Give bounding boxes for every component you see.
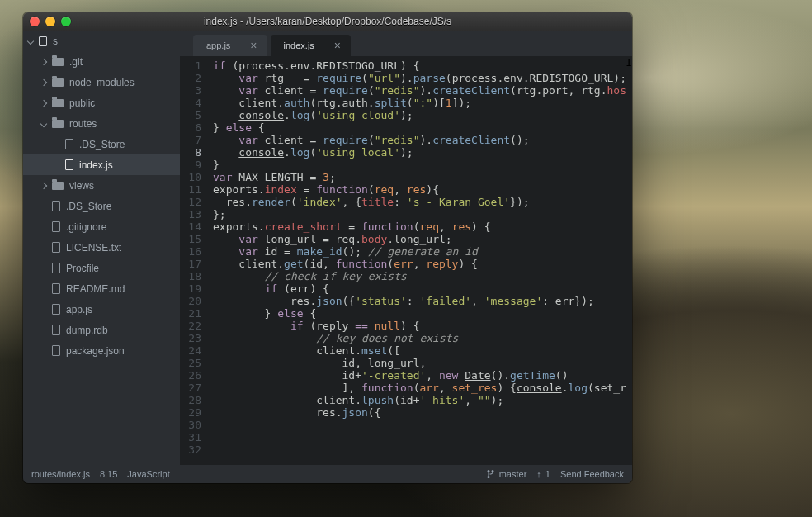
code-line[interactable]: var MAX_LENGTH = 3; <box>213 171 626 183</box>
status-language[interactable]: JavaScript <box>127 469 169 479</box>
tree-file-app.js[interactable]: app.js <box>23 299 180 320</box>
tree-file-README.md[interactable]: README.md <box>23 278 180 299</box>
code-line[interactable]: } else { <box>213 307 626 320</box>
tab-label: app.js <box>206 40 230 50</box>
status-cursor[interactable]: 8,15 <box>100 469 117 479</box>
sidebar-root[interactable]: s <box>23 31 180 51</box>
tree-folder-public[interactable]: public <box>23 92 180 113</box>
tree-item-label: index.js <box>79 159 113 171</box>
folder-icon <box>52 182 64 190</box>
tree-file-dump.rdb[interactable]: dump.rdb <box>23 320 180 340</box>
code-line[interactable]: exports.index = function(req, res){ <box>213 183 626 196</box>
line-number: 8 <box>180 146 201 159</box>
tab-label: index.js <box>284 40 314 50</box>
tree-folder-node_modules[interactable]: node_modules <box>23 72 180 92</box>
code-line[interactable]: client.lpush(id+'-hits', ""); <box>213 394 626 406</box>
code-line[interactable]: var long_url = req.body.long_url; <box>213 233 626 245</box>
status-ahead[interactable]: ↑ 1 <box>536 469 550 479</box>
file-icon <box>52 221 60 232</box>
code-line[interactable]: } else { <box>213 121 626 134</box>
tree-item-label: .DS_Store <box>66 201 111 212</box>
code-line[interactable]: if (process.env.REDISTOGO_URL) { <box>213 59 626 72</box>
code-line[interactable]: var id = make_id(); // generate an id <box>213 245 626 258</box>
chevron-right-icon[interactable] <box>40 78 47 85</box>
code-content[interactable]: if (process.env.REDISTOGO_URL) { var rtg… <box>208 56 626 465</box>
arrow-up-icon: ↑ <box>536 469 541 479</box>
code-line[interactable]: client.auth(rtg.auth.split(":")[1]); <box>213 97 626 109</box>
code-line[interactable]: }; <box>213 208 626 221</box>
line-number: 23 <box>180 332 201 344</box>
code-line[interactable]: id, long_url, <box>213 357 626 369</box>
status-branch[interactable]: master <box>486 469 527 479</box>
tree-item-label: routes <box>69 118 97 130</box>
chevron-placeholder <box>41 287 46 292</box>
line-number: 17 <box>180 258 201 270</box>
line-number: 3 <box>180 84 201 97</box>
tab-index.js[interactable]: index.js× <box>271 35 351 56</box>
file-tree-sidebar[interactable]: s .gitnode_modulespublicroutes.DS_Storei… <box>23 31 180 465</box>
chevron-down-icon[interactable] <box>40 120 47 126</box>
tree-item-label: Procfile <box>66 263 99 274</box>
tree-file-.DS_Store[interactable]: .DS_Store <box>23 134 180 154</box>
folder-icon <box>52 120 64 128</box>
line-number: 2 <box>180 72 201 84</box>
tree-file-package.json[interactable]: package.json <box>23 340 180 361</box>
tree-file-.DS_Store[interactable]: .DS_Store <box>23 196 180 216</box>
chevron-placeholder <box>54 142 59 147</box>
file-icon <box>52 201 60 211</box>
code-area[interactable]: 1234567891011121314151617181920212223242… <box>180 56 632 465</box>
tree-folder-.git[interactable]: .git <box>23 51 180 72</box>
code-line[interactable]: client.get(id, function(err, reply) { <box>213 258 626 270</box>
tree-item-label: LICENSE.txt <box>66 242 121 254</box>
code-line[interactable]: var client = require("redis").createClie… <box>213 134 626 146</box>
code-line[interactable]: exports.create_short = function(req, res… <box>213 221 626 233</box>
chevron-right-icon[interactable] <box>40 99 47 106</box>
file-icon <box>65 139 73 149</box>
code-line[interactable]: var client = require("redis").createClie… <box>213 84 626 97</box>
tree-item-label: package.json <box>66 345 125 357</box>
code-line[interactable]: id+'-created', new Date().getTime() <box>213 369 626 382</box>
status-path[interactable]: routes/index.js <box>31 469 90 479</box>
line-number: 32 <box>180 443 201 456</box>
text-cursor-icon: I <box>626 56 632 465</box>
code-line[interactable]: if (err) { <box>213 282 626 295</box>
minimize-icon[interactable] <box>45 17 55 26</box>
chevron-placeholder <box>54 163 59 168</box>
line-number: 20 <box>180 295 201 307</box>
code-line[interactable]: res.json({ <box>213 406 626 419</box>
line-number: 15 <box>180 233 201 245</box>
chevron-right-icon[interactable] <box>40 182 47 188</box>
code-line[interactable]: var rtg = require("url").parse(process.e… <box>213 72 626 84</box>
line-number: 11 <box>180 183 201 196</box>
chevron-down-icon <box>27 37 34 44</box>
titlebar[interactable]: index.js - /Users/karan/Desktop/Dropbox/… <box>23 12 632 31</box>
tree-folder-routes[interactable]: routes <box>23 113 180 134</box>
file-icon <box>52 263 60 273</box>
code-line[interactable]: res.json({'status': 'failed', 'message':… <box>213 295 626 307</box>
chevron-right-icon[interactable] <box>40 58 47 64</box>
close-tab-icon[interactable]: × <box>334 40 341 51</box>
tree-file-LICENSE.txt[interactable]: LICENSE.txt <box>23 237 180 258</box>
code-line[interactable]: if (reply == null) { <box>213 320 626 332</box>
file-icon <box>52 242 60 253</box>
tree-file-Procfile[interactable]: Procfile <box>23 258 180 278</box>
code-line[interactable]: // key does not exists <box>213 332 626 344</box>
tree-item-label: public <box>69 97 95 109</box>
code-line[interactable]: console.log('using cloud'); <box>213 109 626 121</box>
code-line[interactable]: } <box>213 159 626 171</box>
chevron-placeholder <box>41 307 46 312</box>
tree-folder-views[interactable]: views <box>23 175 180 196</box>
close-tab-icon[interactable]: × <box>250 40 257 51</box>
code-line[interactable]: // check if key exists <box>213 270 626 282</box>
code-line[interactable]: ], function(arr, set_res) {console.log(s… <box>213 382 626 394</box>
zoom-icon[interactable] <box>61 17 71 26</box>
tree-file-.gitignore[interactable]: .gitignore <box>23 216 180 237</box>
close-icon[interactable] <box>30 17 40 26</box>
code-line[interactable]: client.mset([ <box>213 344 626 357</box>
tree-item-label: app.js <box>66 304 92 315</box>
send-feedback-link[interactable]: Send Feedback <box>560 469 624 479</box>
tab-app.js[interactable]: app.js× <box>193 35 267 56</box>
code-line[interactable]: res.render('index', {title: 's - Karan G… <box>213 196 626 208</box>
code-line[interactable]: console.log('using local'); <box>213 146 626 159</box>
tree-file-index.js[interactable]: index.js <box>23 154 180 175</box>
